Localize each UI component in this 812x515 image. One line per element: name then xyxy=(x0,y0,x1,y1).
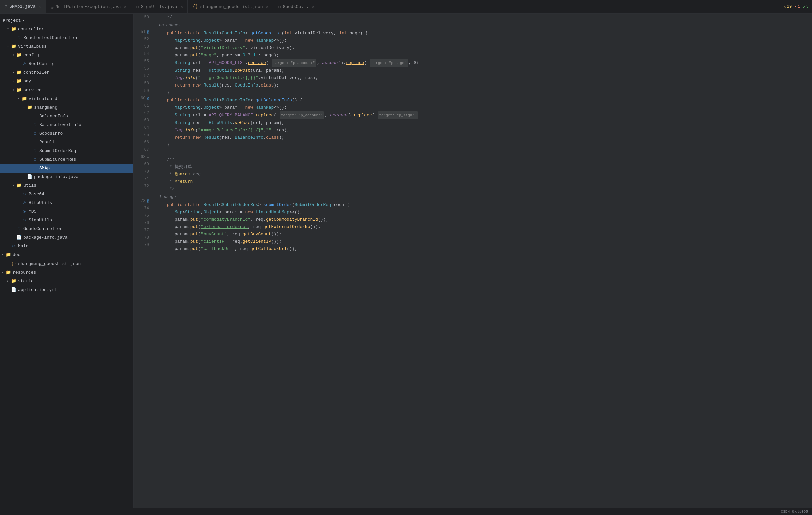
ln-79: 79 xyxy=(134,241,151,249)
ln-73: 73@ xyxy=(134,198,151,205)
code-line-67 xyxy=(154,149,812,156)
tab-nullpointer[interactable]: ◎ NullPointerException.java ✕ xyxy=(46,0,131,13)
tab-signutils[interactable]: ☉ SignUtils.java ✕ xyxy=(131,0,188,13)
sidebar-item-utils[interactable]: ▾ 📁 utils xyxy=(0,181,133,190)
sidebar-item-config[interactable]: ▾ 📁 config xyxy=(0,51,133,60)
sidebar-item-doc[interactable]: ▾ 📁 doc xyxy=(0,251,133,260)
arrow-virtualcard: ▾ xyxy=(16,95,21,102)
sidebar-item-reactortestcontroller[interactable]: ☉ ReactorTestController xyxy=(0,34,133,42)
sidebar-item-signutils[interactable]: ☉ SignUtils xyxy=(0,216,133,225)
code-line-69: * 提交订单 xyxy=(154,163,812,171)
sidebar-item-submitorderreq[interactable]: ☉ SubmitOrderReq xyxy=(0,147,133,155)
ln-76: 76 xyxy=(134,219,151,227)
sidebar-item-smapi[interactable]: ☉ SMApi xyxy=(0,164,133,173)
label-reactortestcontroller: ReactorTestController xyxy=(23,34,78,42)
label-static: static xyxy=(18,277,34,285)
java-icon-smapi: ☉ xyxy=(32,165,38,172)
arrow-controller: ▾ xyxy=(5,26,11,33)
sidebar-item-shangmeng[interactable]: ▾ 📁 shangmeng xyxy=(0,103,133,112)
pkg-icon-application-yml: 📄 xyxy=(11,286,17,294)
label-config: config xyxy=(23,52,39,59)
close-signutils[interactable]: ✕ xyxy=(181,5,183,9)
label-pkginfo2: package-info.java xyxy=(23,234,68,241)
tab-icon-signutils: ☉ xyxy=(136,4,139,10)
sidebar-item-pkginfo1[interactable]: 📄 package-info.java xyxy=(0,173,133,181)
sidebar-item-resources[interactable]: ▾ 📁 resources xyxy=(0,268,133,277)
sidebar-item-pkginfo2[interactable]: 📄 package-info.java xyxy=(0,234,133,242)
ln-53: 53 xyxy=(134,43,151,51)
ln-71: 71 xyxy=(134,175,151,183)
arrow-shangmeng: ▾ xyxy=(21,104,27,111)
sidebar-item-md5[interactable]: ☉ MD5 xyxy=(0,207,133,216)
sidebar-item-main[interactable]: ☉ Main xyxy=(0,242,133,251)
warn-icon: ⚠ xyxy=(783,4,786,9)
close-goodslist-json[interactable]: ✕ xyxy=(266,5,269,9)
sidebar-item-restconfig[interactable]: ☉ RestConfig xyxy=(0,60,133,68)
sidebar-item-virtualbuss[interactable]: ▾ 📁 virtualbuss xyxy=(0,42,133,51)
tab-bar: ☉ SMApi.java ✕ ◎ NullPointerException.ja… xyxy=(0,0,812,14)
warning-badge: ⚠ 29 xyxy=(783,4,792,9)
sidebar-item-result[interactable]: ☉ Result xyxy=(0,138,133,147)
sidebar-item-static[interactable]: ▸ 📁 static xyxy=(0,277,133,285)
code-line-79: param.put("callbackUrl", req.getCallback… xyxy=(154,245,812,253)
ln-57: 57 xyxy=(134,72,151,80)
code-line-68: /** xyxy=(154,156,812,163)
ln-54: 54 xyxy=(134,51,151,58)
sidebar-item-virtualcard[interactable]: ▾ 📁 virtualcard xyxy=(0,94,133,103)
close-goodsco[interactable]: ✕ xyxy=(313,5,315,9)
folder-icon-shangmeng: 📁 xyxy=(27,104,33,111)
sidebar-item-base64[interactable]: ☉ Base64 xyxy=(0,190,133,199)
folder-icon-config: 📁 xyxy=(16,52,22,59)
sidebar-item-controller[interactable]: ▾ 📁 controller xyxy=(0,25,133,34)
sidebar-item-application-yml[interactable]: 📄 application.yml xyxy=(0,285,133,294)
sidebar-item-service[interactable]: ▾ 📁 service xyxy=(0,86,133,94)
label-service: service xyxy=(23,87,42,94)
sidebar-item-pay[interactable]: ▸ 📁 pay xyxy=(0,77,133,86)
error-count: 1 xyxy=(798,4,800,9)
sidebar-item-controller2[interactable]: ▸ 📁 controller xyxy=(0,68,133,77)
sidebar-item-shangmeng-json[interactable]: {} shangmeng_goodsList.json xyxy=(0,260,133,268)
tab-icon-goodslist-json: {} xyxy=(193,4,198,9)
code-line-76: param.put("external_orderno", req.getExt… xyxy=(154,223,812,231)
code-line-50: */ xyxy=(154,14,812,21)
sidebar-item-balancelevelinfo[interactable]: ☉ BalanceLevelInfo xyxy=(0,121,133,129)
code-line-75: param.put("commodityBranchId", req.getCo… xyxy=(154,216,812,223)
label-submitorderreq: SubmitOrderReq xyxy=(39,147,76,155)
tab-smapi[interactable]: ☉ SMApi.java ✕ xyxy=(0,0,46,13)
sidebar-item-submitorderres[interactable]: ☉ SubmitOrderRes xyxy=(0,155,133,164)
arrow-utils: ▾ xyxy=(11,182,16,189)
ln-78: 78 xyxy=(134,234,151,241)
sidebar-item-goodscontroller[interactable]: ☉ GoodsController xyxy=(0,225,133,234)
code-editor[interactable]: */ no usages public static Result<GoodsI… xyxy=(154,14,812,508)
tab-warnings: ⚠ 29 ✖ 1 ✔ 3 xyxy=(783,4,812,9)
label-goodsinfo: GoodsInfo xyxy=(39,130,63,137)
code-line-60: public static Result<BalanceInfo> getBal… xyxy=(154,96,812,104)
sidebar-item-goodsinfo[interactable]: ☉ GoodsInfo xyxy=(0,129,133,138)
label-shangmeng: shangmeng xyxy=(34,104,57,111)
code-line-65: return new Result(res, BalanceInfo.class… xyxy=(154,134,812,141)
ln-60: 60@ xyxy=(134,94,151,102)
arrow-service: ▾ xyxy=(11,87,16,94)
java-icon-balanceinfo: ☉ xyxy=(32,113,38,120)
tab-goodsco[interactable]: ☉ GoodsCo... ✕ xyxy=(273,0,319,13)
error-icon: ✖ xyxy=(794,4,796,9)
folder-icon-resources: 📁 xyxy=(5,269,11,276)
code-line-64: log.info("===getBalanceInfo:{},{}","", r… xyxy=(154,127,812,134)
close-nullpointer[interactable]: ✕ xyxy=(124,5,127,9)
label-base64: Base64 xyxy=(29,191,45,198)
gutter-icon-68: ≡ xyxy=(147,153,149,161)
java-icon-reactortestcontroller: ☉ xyxy=(16,34,22,42)
java-icon-balancelevelinfo: ☉ xyxy=(32,121,38,129)
tab-label-goodsco: GoodsCo... xyxy=(283,4,309,9)
java-icon-md5: ☉ xyxy=(21,208,27,215)
close-smapi[interactable]: ✕ xyxy=(39,4,41,9)
project-sidebar[interactable]: Project ▾ ▾ 📁 controller ☉ ReactorTestCo… xyxy=(0,14,134,508)
sidebar-item-httputils[interactable]: ☉ HttpUtils xyxy=(0,199,133,207)
usage-line-2: 1 usage xyxy=(154,193,812,202)
usage-line-1: no usages xyxy=(154,21,812,30)
tab-goodslist-json[interactable]: {} shangmeng_goodsList.json ✕ xyxy=(188,0,273,13)
ln-58: 58 xyxy=(134,80,151,87)
sidebar-item-balanceinfo[interactable]: ☉ BalanceInfo xyxy=(0,112,133,121)
ln-65: 65 xyxy=(134,131,151,139)
arrow-config: ▾ xyxy=(11,52,16,59)
